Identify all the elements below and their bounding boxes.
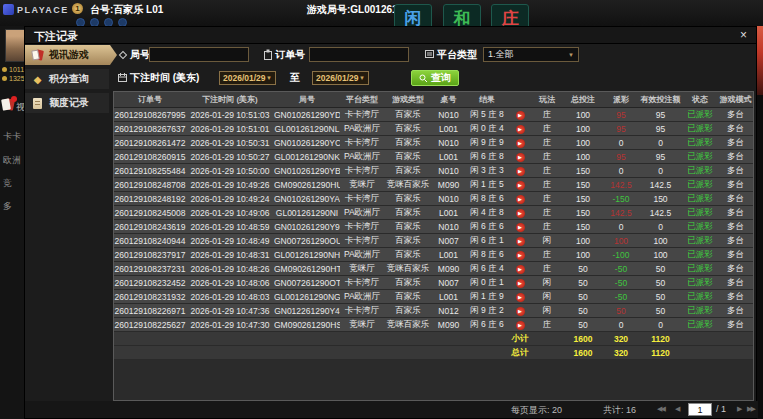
order-number-input[interactable]: [309, 47, 409, 62]
valid-bet-cell: 150: [639, 192, 682, 206]
sidebar-item-multi[interactable]: 多: [3, 200, 12, 213]
table-row: 2601291082679952026-01-29 10:51:03GN0102…: [114, 108, 753, 122]
game-mode-cell: 多台: [718, 136, 753, 150]
replay-icon[interactable]: ▶: [516, 209, 525, 218]
date-to-select[interactable]: 2026/01/29 ▼: [312, 71, 369, 85]
play-type-cell: 庄: [531, 206, 563, 220]
replay-icon[interactable]: ▶: [516, 321, 525, 330]
replay-icon[interactable]: ▶: [516, 153, 525, 162]
replay-cell: ▶: [509, 122, 531, 136]
round-number-input[interactable]: [149, 47, 249, 62]
valid-bet-cell: 95: [639, 150, 682, 164]
result-cell: 闲 6 庄 6: [465, 220, 509, 234]
payout-cell: -150: [603, 192, 639, 206]
table-row: 2601291082324522026-01-29 10:48:06GN0072…: [114, 276, 753, 290]
bet-time-cell: 2026-01-29 10:49:24: [186, 192, 274, 206]
table-row: 2601291082676372026-01-29 10:51:01GL0012…: [114, 122, 753, 136]
platform-cell: PA欧洲厅: [340, 122, 384, 136]
play-type-cell: 庄: [531, 220, 563, 234]
replay-cell: ▶: [509, 234, 531, 248]
game-mode-cell: 多台: [718, 220, 753, 234]
sidebar-item-kaka[interactable]: 卡卡: [3, 130, 21, 143]
replay-cell: ▶: [509, 150, 531, 164]
round-number-cell: GM090261290HT: [274, 262, 340, 276]
game-mode-cell: 多台: [718, 206, 753, 220]
search-button[interactable]: 查询: [411, 70, 459, 86]
page-number-input[interactable]: [688, 403, 712, 416]
status-cell: 已派彩: [682, 108, 718, 122]
play-type-cell: 庄: [531, 178, 563, 192]
menu-item-video-games[interactable]: 视讯游戏: [25, 45, 117, 65]
table-number-cell: N012: [432, 304, 465, 318]
menu-item-points-query[interactable]: ◆ 积分查询: [25, 69, 109, 89]
table-number-cell: N007: [432, 234, 465, 248]
total-bet-cell: 100: [563, 248, 603, 262]
avatar: [5, 29, 26, 62]
valid-bet-cell: 50: [639, 262, 682, 276]
replay-icon[interactable]: ▶: [516, 293, 525, 302]
order-number-cell: 260129108232452: [114, 276, 186, 290]
round-number-cell: GN010261290YD: [274, 108, 340, 122]
replay-icon[interactable]: ▶: [516, 125, 525, 134]
status-cell: 已派彩: [682, 192, 718, 206]
order-number-icon: [263, 49, 273, 60]
round-number-cell: GL001261290NI: [274, 206, 340, 220]
replay-icon[interactable]: ▶: [516, 307, 525, 316]
replay-icon[interactable]: ▶: [516, 279, 525, 288]
replay-icon[interactable]: ▶: [516, 111, 525, 120]
game-type-cell: 百家乐: [384, 150, 432, 164]
game-type-cell: 百家乐: [384, 248, 432, 262]
game-type-cell: 百家乐: [384, 220, 432, 234]
sidebar-item-bidding[interactable]: 竞: [3, 177, 12, 190]
payout-cell: 50: [603, 304, 639, 318]
result-cell: 闲 6 庄 6: [465, 318, 509, 332]
next-page-icon[interactable]: ▶: [737, 405, 740, 413]
prev-page-icon[interactable]: ◀: [675, 405, 678, 413]
empty-cell: [718, 346, 753, 360]
replay-icon[interactable]: ▶: [516, 139, 525, 148]
to-label: 至: [290, 71, 300, 85]
play-type-cell: 庄: [531, 318, 563, 332]
game-type-cell: 竞咪百家乐: [384, 262, 432, 276]
empty-cell: [465, 332, 509, 346]
order-number-cell: 260129108240944: [114, 234, 186, 248]
status-cell: 已派彩: [682, 248, 718, 262]
bet-time-cell: 2026-01-29 10:48:26: [186, 262, 274, 276]
play-type-cell: 庄: [531, 108, 563, 122]
sidebar-item-europe[interactable]: 欧洲: [3, 154, 21, 167]
chevron-down-icon: ▼: [359, 75, 365, 81]
replay-cell: ▶: [509, 164, 531, 178]
platform-type-icon: [424, 49, 435, 59]
replay-icon[interactable]: ▶: [516, 195, 525, 204]
replay-icon[interactable]: ▶: [516, 181, 525, 190]
replay-icon[interactable]: ▶: [516, 223, 525, 232]
platform-cell: PA欧洲厅: [340, 150, 384, 164]
replay-icon[interactable]: ▶: [516, 251, 525, 260]
replay-icon[interactable]: ▶: [516, 237, 525, 246]
replay-icon[interactable]: ▶: [516, 265, 525, 274]
empty-cell: [114, 332, 186, 346]
result-cell: 闲 8 庄 6: [465, 192, 509, 206]
status-cell: 已派彩: [682, 262, 718, 276]
replay-icon[interactable]: ▶: [516, 167, 525, 176]
menu-item-label: 视讯游戏: [49, 48, 89, 62]
game-mode-cell: 多台: [718, 164, 753, 178]
platform-cell: 卡卡湾厅: [340, 108, 384, 122]
platform-cell: 卡卡湾厅: [340, 192, 384, 206]
play-type-cell: 闲: [531, 234, 563, 248]
replay-cell: ▶: [509, 290, 531, 304]
last-page-icon[interactable]: ▶▶: [747, 405, 754, 413]
platform-cell: PA欧洲厅: [340, 206, 384, 220]
first-page-icon[interactable]: ◀◀: [657, 405, 664, 413]
platform-type-select[interactable]: 1.全部 ▼: [483, 47, 579, 62]
table-row: 2601291082379172026-01-29 10:48:31GL0012…: [114, 248, 753, 262]
bet-time-cell: 2026-01-29 10:47:36: [186, 304, 274, 318]
table-number-cell: N010: [432, 220, 465, 234]
date-from-value: 2026/01/29: [223, 73, 266, 83]
bet-time-cell: 2026-01-29 10:51:01: [186, 122, 274, 136]
date-from-select[interactable]: 2026/01/29 ▼: [219, 71, 276, 85]
table-number-cell: N010: [432, 164, 465, 178]
close-icon[interactable]: ×: [740, 28, 747, 42]
game-mode-cell: 多台: [718, 290, 753, 304]
menu-item-credit-records[interactable]: 额度记录: [25, 93, 109, 113]
